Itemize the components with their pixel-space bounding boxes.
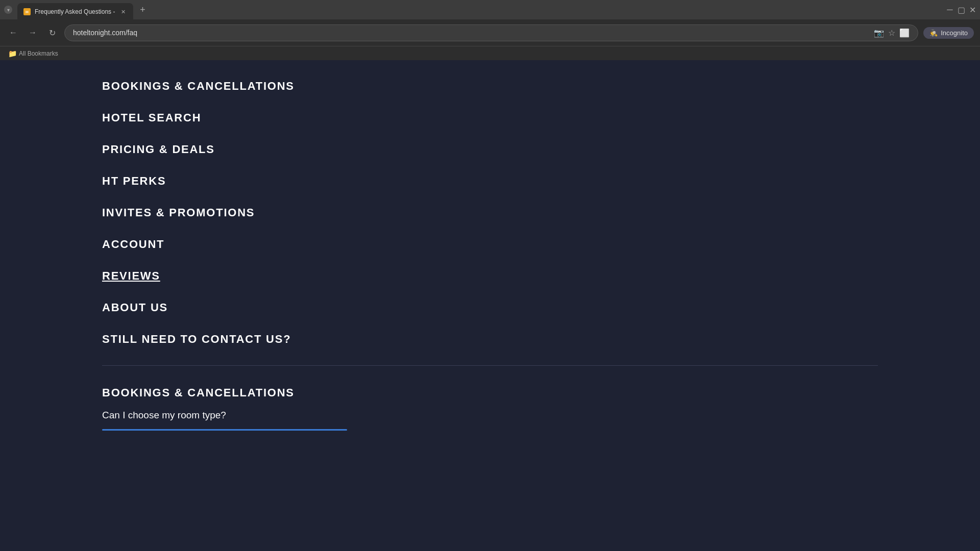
faq-question[interactable]: Can I choose my room type?	[102, 410, 980, 421]
browser-tab[interactable]: H Frequently Asked Questions - ✕	[17, 3, 133, 20]
minimize-button[interactable]: ─	[946, 6, 953, 13]
nav-item-account[interactable]: ACCOUNT	[102, 229, 980, 260]
restore-button[interactable]: ▢	[958, 6, 965, 13]
address-bar[interactable]: hoteltonight.com/faq 📷 ☆ ⬜	[64, 24, 918, 41]
address-bar-row: ← → ↻ hoteltonight.com/faq 📷 ☆ ⬜ 🕵 Incog…	[0, 19, 980, 46]
section-divider	[102, 365, 878, 366]
bookmarks-folder-icon: 📁	[8, 49, 17, 58]
reload-button[interactable]: ↻	[45, 26, 59, 40]
address-url: hoteltonight.com/faq	[73, 29, 137, 37]
nav-item-pricing[interactable]: PRICING & DEALS	[102, 134, 980, 165]
nav-section: BOOKINGS & CANCELLATIONS HOTEL SEARCH PR…	[102, 70, 980, 355]
tab-title: Frequently Asked Questions -	[35, 8, 115, 15]
tab-nav-buttons: ▾	[4, 6, 12, 14]
nav-item-reviews[interactable]: REVIEWS	[102, 260, 980, 292]
bookmark-icon[interactable]: ☆	[888, 28, 895, 38]
page-content: BOOKINGS & CANCELLATIONS HOTEL SEARCH PR…	[0, 60, 980, 551]
back-button[interactable]: ←	[6, 26, 20, 40]
nav-item-invites[interactable]: INVITES & PROMOTIONS	[102, 197, 980, 229]
nav-item-hotel-search[interactable]: HOTEL SEARCH	[102, 102, 980, 134]
nav-item-bookings[interactable]: BOOKINGS & CANCELLATIONS	[102, 70, 980, 102]
incognito-label: Incognito	[941, 29, 968, 37]
forward-button[interactable]: →	[26, 26, 40, 40]
incognito-button[interactable]: 🕵 Incognito	[923, 27, 974, 39]
nav-item-contact[interactable]: STILL NEED TO CONTACT US?	[102, 323, 980, 355]
tablet-icon: ⬜	[899, 28, 910, 38]
address-icons: 📷 ☆ ⬜	[874, 28, 910, 38]
nav-item-perks[interactable]: HT PERKS	[102, 165, 980, 197]
camera-off-icon: 📷	[874, 28, 884, 38]
bookmarks-bar: 📁 All Bookmarks	[0, 46, 980, 60]
faq-underline	[102, 429, 347, 431]
tab-close-button[interactable]: ✕	[119, 8, 127, 16]
tab-list-button[interactable]: ▾	[4, 6, 12, 14]
tab-favicon: H	[23, 8, 31, 15]
window-controls: ─ ▢ ✕	[946, 6, 976, 13]
bookings-section: BOOKINGS & CANCELLATIONS Can I choose my…	[102, 381, 980, 431]
close-button[interactable]: ✕	[969, 6, 976, 13]
bookmarks-label: All Bookmarks	[19, 50, 58, 57]
faq-item: Can I choose my room type?	[102, 410, 980, 431]
browser-actions: 🕵 Incognito	[923, 27, 974, 39]
section-heading: BOOKINGS & CANCELLATIONS	[102, 381, 980, 399]
tab-bar: ▾ H Frequently Asked Questions - ✕ + ─ ▢…	[0, 0, 980, 19]
nav-item-about[interactable]: ABOUT US	[102, 292, 980, 323]
browser-chrome: ▾ H Frequently Asked Questions - ✕ + ─ ▢…	[0, 0, 980, 60]
new-tab-button[interactable]: +	[135, 3, 150, 17]
incognito-icon: 🕵	[929, 29, 938, 37]
